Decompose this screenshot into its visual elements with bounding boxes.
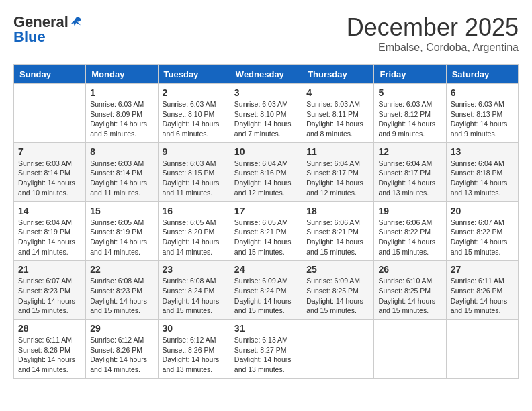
weekday-header-sunday: Sunday <box>14 65 86 84</box>
calendar-cell: 21Sunrise: 6:07 AM Sunset: 8:23 PM Dayli… <box>14 261 86 320</box>
calendar-cell: 5Sunrise: 6:03 AM Sunset: 8:12 PM Daylig… <box>374 84 446 143</box>
day-info: Sunrise: 6:03 AM Sunset: 8:10 PM Dayligh… <box>234 99 298 139</box>
calendar-cell: 9Sunrise: 6:03 AM Sunset: 8:15 PM Daylig… <box>158 142 230 201</box>
weekday-header-friday: Friday <box>374 65 446 84</box>
day-info: Sunrise: 6:03 AM Sunset: 8:12 PM Dayligh… <box>378 99 441 139</box>
day-number: 5 <box>378 87 441 98</box>
day-info: Sunrise: 6:05 AM Sunset: 8:20 PM Dayligh… <box>163 218 226 257</box>
location-text: Embalse, Cordoba, Argentina <box>347 42 519 54</box>
day-info: Sunrise: 6:06 AM Sunset: 8:22 PM Dayligh… <box>378 218 441 257</box>
calendar-week-row: 28Sunrise: 6:11 AM Sunset: 8:26 PM Dayli… <box>14 320 519 379</box>
title-area: December 2025 Embalse, Cordoba, Argentin… <box>347 13 519 54</box>
day-number: 29 <box>90 323 153 334</box>
day-info: Sunrise: 6:03 AM Sunset: 8:13 PM Dayligh… <box>451 99 514 139</box>
day-number: 3 <box>234 87 298 98</box>
day-info: Sunrise: 6:04 AM Sunset: 8:16 PM Dayligh… <box>234 158 298 198</box>
logo: General Blue <box>13 13 82 46</box>
calendar-cell: 2Sunrise: 6:03 AM Sunset: 8:10 PM Daylig… <box>158 84 230 143</box>
day-info: Sunrise: 6:09 AM Sunset: 8:24 PM Dayligh… <box>234 276 298 316</box>
day-number: 28 <box>18 323 81 334</box>
day-number: 22 <box>90 264 153 275</box>
calendar-cell: 14Sunrise: 6:04 AM Sunset: 8:19 PM Dayli… <box>14 201 86 261</box>
day-info: Sunrise: 6:07 AM Sunset: 8:23 PM Dayligh… <box>18 276 81 316</box>
calendar-cell: 4Sunrise: 6:03 AM Sunset: 8:11 PM Daylig… <box>302 84 374 143</box>
day-number: 1 <box>90 87 153 98</box>
day-number: 20 <box>451 205 514 216</box>
calendar-cell: 18Sunrise: 6:06 AM Sunset: 8:21 PM Dayli… <box>302 201 374 261</box>
day-number: 26 <box>378 264 441 275</box>
calendar-cell: 22Sunrise: 6:08 AM Sunset: 8:23 PM Dayli… <box>86 261 158 320</box>
day-info: Sunrise: 6:09 AM Sunset: 8:25 PM Dayligh… <box>306 276 369 316</box>
calendar-cell: 1Sunrise: 6:03 AM Sunset: 8:09 PM Daylig… <box>86 84 158 143</box>
day-info: Sunrise: 6:13 AM Sunset: 8:27 PM Dayligh… <box>234 335 298 375</box>
day-info: Sunrise: 6:03 AM Sunset: 8:09 PM Dayligh… <box>90 99 153 139</box>
day-info: Sunrise: 6:07 AM Sunset: 8:22 PM Dayligh… <box>451 218 514 257</box>
day-info: Sunrise: 6:04 AM Sunset: 8:18 PM Dayligh… <box>451 158 514 198</box>
day-number: 13 <box>451 146 514 157</box>
day-info: Sunrise: 6:03 AM Sunset: 8:15 PM Dayligh… <box>163 158 226 198</box>
month-title: December 2025 <box>347 13 519 42</box>
weekday-header-tuesday: Tuesday <box>158 65 230 84</box>
day-info: Sunrise: 6:06 AM Sunset: 8:21 PM Dayligh… <box>306 218 369 257</box>
calendar-week-row: 14Sunrise: 6:04 AM Sunset: 8:19 PM Dayli… <box>14 201 519 261</box>
day-number: 11 <box>306 146 369 157</box>
day-number: 10 <box>234 146 298 157</box>
day-info: Sunrise: 6:04 AM Sunset: 8:17 PM Dayligh… <box>306 158 369 198</box>
day-number: 7 <box>18 146 81 157</box>
calendar-cell: 20Sunrise: 6:07 AM Sunset: 8:22 PM Dayli… <box>446 201 518 261</box>
calendar-cell: 15Sunrise: 6:05 AM Sunset: 8:19 PM Dayli… <box>86 201 158 261</box>
logo-bird-icon <box>70 16 82 28</box>
day-number: 25 <box>306 264 369 275</box>
calendar-cell: 8Sunrise: 6:03 AM Sunset: 8:14 PM Daylig… <box>86 142 158 201</box>
day-number: 16 <box>163 205 226 216</box>
day-number: 6 <box>451 87 514 98</box>
calendar-cell: 26Sunrise: 6:10 AM Sunset: 8:25 PM Dayli… <box>374 261 446 320</box>
calendar-week-row: 1Sunrise: 6:03 AM Sunset: 8:09 PM Daylig… <box>14 84 519 143</box>
day-number: 24 <box>234 264 298 275</box>
day-number: 18 <box>306 205 369 216</box>
day-info: Sunrise: 6:05 AM Sunset: 8:21 PM Dayligh… <box>234 218 298 257</box>
calendar-week-row: 21Sunrise: 6:07 AM Sunset: 8:23 PM Dayli… <box>14 261 519 320</box>
day-info: Sunrise: 6:04 AM Sunset: 8:17 PM Dayligh… <box>378 158 441 198</box>
calendar-cell: 10Sunrise: 6:04 AM Sunset: 8:16 PM Dayli… <box>230 142 302 201</box>
day-number: 8 <box>90 146 153 157</box>
calendar-week-row: 7Sunrise: 6:03 AM Sunset: 8:14 PM Daylig… <box>14 142 519 201</box>
day-info: Sunrise: 6:03 AM Sunset: 8:14 PM Dayligh… <box>18 158 81 198</box>
day-number: 27 <box>451 264 514 275</box>
day-info: Sunrise: 6:10 AM Sunset: 8:25 PM Dayligh… <box>378 276 441 316</box>
calendar-cell: 24Sunrise: 6:09 AM Sunset: 8:24 PM Dayli… <box>230 261 302 320</box>
day-info: Sunrise: 6:08 AM Sunset: 8:24 PM Dayligh… <box>163 276 226 316</box>
day-info: Sunrise: 6:04 AM Sunset: 8:19 PM Dayligh… <box>18 218 81 257</box>
day-number: 19 <box>378 205 441 216</box>
calendar-cell: 30Sunrise: 6:12 AM Sunset: 8:26 PM Dayli… <box>158 320 230 379</box>
calendar-cell: 13Sunrise: 6:04 AM Sunset: 8:18 PM Dayli… <box>446 142 518 201</box>
day-info: Sunrise: 6:03 AM Sunset: 8:14 PM Dayligh… <box>90 158 153 198</box>
day-number: 4 <box>306 87 369 98</box>
day-info: Sunrise: 6:03 AM Sunset: 8:10 PM Dayligh… <box>163 99 226 139</box>
calendar-cell: 23Sunrise: 6:08 AM Sunset: 8:24 PM Dayli… <box>158 261 230 320</box>
calendar-cell: 27Sunrise: 6:11 AM Sunset: 8:26 PM Dayli… <box>446 261 518 320</box>
calendar-cell: 25Sunrise: 6:09 AM Sunset: 8:25 PM Dayli… <box>302 261 374 320</box>
day-number: 9 <box>163 146 226 157</box>
day-number: 14 <box>18 205 81 216</box>
calendar-cell: 12Sunrise: 6:04 AM Sunset: 8:17 PM Dayli… <box>374 142 446 201</box>
day-number: 15 <box>90 205 153 216</box>
day-number: 17 <box>234 205 298 216</box>
calendar-cell: 3Sunrise: 6:03 AM Sunset: 8:10 PM Daylig… <box>230 84 302 143</box>
calendar-cell: 11Sunrise: 6:04 AM Sunset: 8:17 PM Dayli… <box>302 142 374 201</box>
calendar-cell: 29Sunrise: 6:12 AM Sunset: 8:26 PM Dayli… <box>86 320 158 379</box>
day-number: 2 <box>163 87 226 98</box>
weekday-header-saturday: Saturday <box>446 65 518 84</box>
weekday-header-monday: Monday <box>86 65 158 84</box>
day-info: Sunrise: 6:08 AM Sunset: 8:23 PM Dayligh… <box>90 276 153 316</box>
day-info: Sunrise: 6:12 AM Sunset: 8:26 PM Dayligh… <box>90 335 153 375</box>
day-info: Sunrise: 6:11 AM Sunset: 8:26 PM Dayligh… <box>18 335 81 375</box>
day-info: Sunrise: 6:03 AM Sunset: 8:11 PM Dayligh… <box>306 99 369 139</box>
calendar-cell: 6Sunrise: 6:03 AM Sunset: 8:13 PM Daylig… <box>446 84 518 143</box>
day-number: 30 <box>163 323 226 334</box>
calendar-cell: 31Sunrise: 6:13 AM Sunset: 8:27 PM Dayli… <box>230 320 302 379</box>
calendar-cell: 17Sunrise: 6:05 AM Sunset: 8:21 PM Dayli… <box>230 201 302 261</box>
header: General Blue December 2025 Embalse, Cord… <box>13 13 519 54</box>
day-info: Sunrise: 6:12 AM Sunset: 8:26 PM Dayligh… <box>163 335 226 375</box>
day-info: Sunrise: 6:11 AM Sunset: 8:26 PM Dayligh… <box>451 276 514 316</box>
